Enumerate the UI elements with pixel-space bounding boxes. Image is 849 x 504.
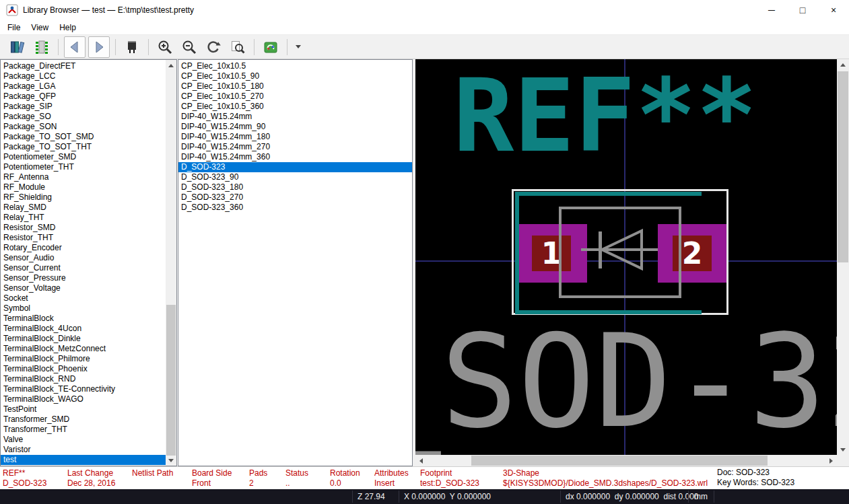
close-button[interactable]: × <box>818 0 849 20</box>
scroll-up-button[interactable] <box>166 60 176 71</box>
footprint-list-item[interactable]: DIP-40_W15.24mm_90 <box>178 122 412 132</box>
info-field-value: 0.0 <box>330 478 374 489</box>
info-field: Netlist Path <box>132 468 192 489</box>
library-list-item[interactable]: TerminalBlock_Philmore <box>1 354 166 364</box>
zoom-fit-button[interactable] <box>227 36 248 58</box>
menu-item[interactable]: Help <box>54 22 81 34</box>
library-list-item[interactable]: Potentiometer_THT <box>1 162 166 172</box>
library-list-item[interactable]: Transformer_SMD <box>1 415 166 425</box>
info-field-value: Insert <box>374 478 420 489</box>
arrow-down-icon <box>168 459 174 462</box>
scrollbar-thumb[interactable] <box>838 71 848 262</box>
library-list-item[interactable]: Sensor_Pressure <box>1 273 166 283</box>
scroll-down-button[interactable] <box>166 455 176 466</box>
library-list-item[interactable]: TerminalBlock_MetzConnect <box>1 344 166 354</box>
library-list-item[interactable]: TerminalBlock_RND <box>1 374 166 384</box>
library-list-item[interactable]: TerminalBlock_4Ucon <box>1 324 166 334</box>
library-list-item[interactable]: Symbol <box>1 303 166 314</box>
canvas-drawing-area[interactable]: REF** D_SOD-323 1 2 <box>415 59 837 455</box>
relative-position: dx 0.000000 dy 0.000000 dist 0.000 <box>566 492 699 501</box>
main-toolbar <box>0 35 849 59</box>
info-field-value: test:D_SOD-323 <box>420 478 503 489</box>
library-list-item[interactable]: RF_Antenna <box>1 172 166 182</box>
scrollbar-thumb[interactable] <box>471 456 768 466</box>
footprint-list-item[interactable]: D_SOD-323_270 <box>178 192 412 203</box>
library-list-item[interactable]: Package_SON <box>1 122 166 132</box>
library-list-item[interactable]: test <box>1 455 166 465</box>
library-list-scrollbar[interactable] <box>166 60 176 466</box>
library-list-item[interactable]: Sensor_Audio <box>1 253 166 263</box>
library-list-item[interactable]: Package_SIP <box>1 102 166 112</box>
library-list-item[interactable]: Transformer_THT <box>1 425 166 435</box>
library-list-item[interactable]: TerminalBlock_WAGO <box>1 394 166 404</box>
footprint-list-item[interactable]: D_SOD-323_90 <box>178 172 412 182</box>
footprint-list-item[interactable]: CP_Elec_10x10.5_270 <box>178 92 412 102</box>
library-list-item[interactable]: Package_TO_SOT_THT <box>1 142 166 152</box>
footprint-list-item[interactable]: DIP-40_W15.24mm <box>178 112 412 122</box>
library-list-item[interactable]: Sensor_Voltage <box>1 283 166 293</box>
forward-button[interactable] <box>88 36 110 58</box>
library-list-item[interactable]: Valve <box>1 435 166 445</box>
footprint-preview-canvas[interactable]: REF** D_SOD-323 1 2 <box>415 59 849 466</box>
library-browser-window: Library Browser — test — E:\tmp\test\tes… <box>0 0 849 504</box>
scroll-up-button[interactable] <box>837 59 849 70</box>
library-list-item[interactable]: Socket <box>1 293 166 303</box>
scroll-down-button[interactable] <box>837 444 849 455</box>
library-list-item[interactable]: Sensor_Current <box>1 263 166 273</box>
statusbar-separator <box>688 491 689 503</box>
library-list-item[interactable]: Package_TO_SOT_SMD <box>1 132 166 142</box>
canvas-vertical-scrollbar[interactable] <box>837 59 849 455</box>
redraw-view-button[interactable] <box>203 36 224 58</box>
viewer-3d-button[interactable] <box>260 36 281 58</box>
library-list-item[interactable]: Potentiometer_SMD <box>1 152 166 162</box>
footprint-list-item[interactable]: D_SOD-323_180 <box>178 182 412 192</box>
scrollbar-thumb[interactable] <box>166 305 176 456</box>
scroll-left-button[interactable] <box>415 455 427 466</box>
footprint-list-item[interactable]: DIP-40_W15.24mm_270 <box>178 142 412 152</box>
library-list-item[interactable]: Rotary_Encoder <box>1 243 166 253</box>
3d-viewer-icon <box>263 39 279 55</box>
library-list-item[interactable]: TerminalBlock_TE-Connectivity <box>1 384 166 394</box>
library-list-item[interactable]: Resistor_THT <box>1 233 166 243</box>
select-footprint-button[interactable] <box>31 36 53 58</box>
footprint-list-item[interactable]: CP_Elec_10x10.5 <box>178 61 412 71</box>
insert-footprint-button[interactable] <box>121 36 143 58</box>
library-list-item[interactable]: RF_Shielding <box>1 192 166 203</box>
footprint-list-item[interactable]: D_SOD-323 <box>178 162 412 172</box>
select-library-button[interactable] <box>7 36 28 58</box>
library-list-item[interactable]: Package_DirectFET <box>1 61 166 71</box>
library-list-item[interactable]: Varistor <box>1 445 166 455</box>
title-bar: Library Browser — test — E:\tmp\test\tes… <box>0 0 849 20</box>
library-list-item[interactable]: Package_LCC <box>1 71 166 81</box>
library-list-item[interactable]: Relay_SMD <box>1 203 166 213</box>
info-field: Rotation 0.0 <box>330 468 374 489</box>
canvas-horizontal-scrollbar[interactable] <box>415 455 837 466</box>
minimize-button[interactable]: ─ <box>756 0 787 20</box>
library-list-item[interactable]: TerminalBlock <box>1 314 166 324</box>
toolbar-separator <box>254 39 254 55</box>
library-list-item[interactable]: RF_Module <box>1 182 166 192</box>
footprint-list-item[interactable]: CP_Elec_10x10.5_90 <box>178 71 412 81</box>
back-button[interactable] <box>64 36 86 58</box>
footprint-list-item[interactable]: D_SOD-323_360 <box>178 203 412 213</box>
zoom-out-button[interactable] <box>178 36 200 58</box>
library-list-item[interactable]: Package_LGA <box>1 81 166 92</box>
library-list-item[interactable]: TerminalBlock_Phoenix <box>1 364 166 374</box>
footprint-list-item[interactable]: DIP-40_W15.24mm_360 <box>178 152 412 162</box>
library-list-item[interactable]: Package_SO <box>1 112 166 122</box>
library-list-item[interactable]: Package_QFP <box>1 92 166 102</box>
silkscreen-left-line <box>515 192 519 314</box>
maximize-button[interactable]: □ <box>787 0 818 20</box>
footprint-list-item[interactable]: DIP-40_W15.24mm_180 <box>178 132 412 142</box>
library-list-item[interactable]: TerminalBlock_Dinkle <box>1 334 166 344</box>
footprint-list-item[interactable]: CP_Elec_10x10.5_180 <box>178 81 412 92</box>
toolbar-dropdown-button[interactable] <box>293 36 304 58</box>
library-list-item[interactable]: TestPoint <box>1 404 166 415</box>
scroll-right-button[interactable] <box>825 455 837 466</box>
menu-item[interactable]: File <box>2 22 26 34</box>
library-list-item[interactable]: Resistor_SMD <box>1 223 166 233</box>
menu-item[interactable]: View <box>26 22 54 34</box>
library-list-item[interactable]: Relay_THT <box>1 213 166 223</box>
footprint-list-item[interactable]: CP_Elec_10x10.5_360 <box>178 102 412 112</box>
zoom-in-button[interactable] <box>154 36 176 58</box>
